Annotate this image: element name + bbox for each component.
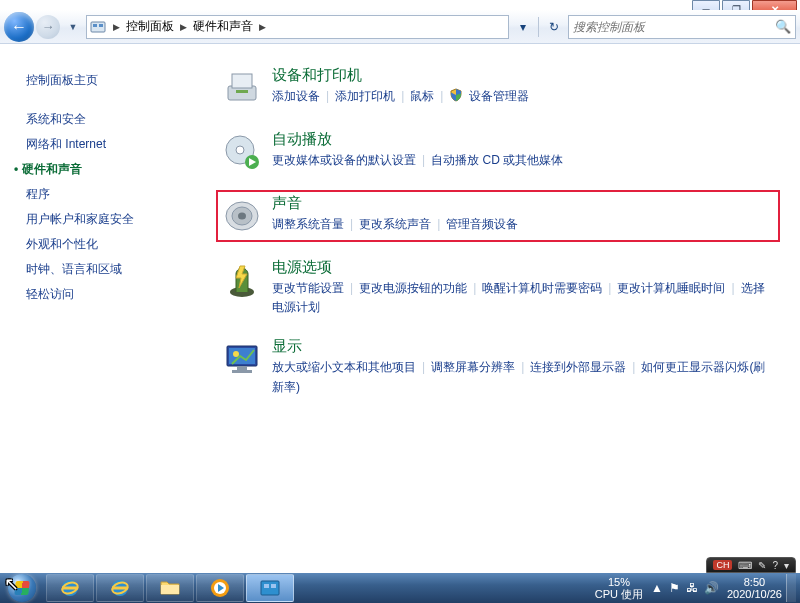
sidebar-item[interactable]: 用户帐户和家庭安全 <box>26 207 202 232</box>
category-link[interactable]: 唤醒计算机时需要密码 <box>482 281 602 295</box>
category-icon <box>220 194 264 238</box>
category-title[interactable]: 自动播放 <box>272 130 776 149</box>
category-links: 调整系统音量|更改系统声音|管理音频设备 <box>272 215 776 234</box>
category-title[interactable]: 设备和打印机 <box>272 66 776 85</box>
category-link[interactable]: 自动播放 CD 或其他媒体 <box>431 153 563 167</box>
cpu-gadget[interactable]: 15% CPU 使用 <box>595 576 643 600</box>
taskbar-item-mediaplayer[interactable] <box>196 574 244 602</box>
category-link[interactable]: 更改节能设置 <box>272 281 344 295</box>
category-icon <box>220 258 264 302</box>
language-bar[interactable]: CH ⌨ ✎ ? ▾ <box>706 557 796 573</box>
start-button[interactable] <box>2 573 42 603</box>
main-panel: 设备和打印机添加设备|添加打印机|鼠标| 设备管理器自动播放更改媒体或设备的默认… <box>210 44 800 573</box>
search-box[interactable]: 🔍 <box>568 15 796 39</box>
svg-rect-14 <box>229 348 255 364</box>
ime-indicator[interactable]: CH <box>713 560 732 570</box>
svg-rect-25 <box>261 581 279 595</box>
sidebar-item[interactable]: 外观和个性化 <box>26 232 202 257</box>
keyboard-icon[interactable]: ⌨ <box>738 560 752 571</box>
clock-time: 8:50 <box>727 576 782 588</box>
breadcrumb-item[interactable]: 硬件和声音 <box>191 18 255 35</box>
svg-rect-4 <box>232 74 252 88</box>
sidebar-item[interactable]: 网络和 Internet <box>26 132 202 157</box>
link-separator: | <box>416 153 431 167</box>
category-links: 更改媒体或设备的默认设置|自动播放 CD 或其他媒体 <box>272 151 776 170</box>
category-显示: 显示放大或缩小文本和其他项目|调整屏幕分辨率|连接到外部显示器|如何更正显示器闪… <box>216 333 780 400</box>
link-separator: | <box>602 281 617 295</box>
help-icon[interactable]: ? <box>772 560 778 571</box>
volume-icon[interactable]: 🔊 <box>704 581 719 595</box>
category-link[interactable]: 设备管理器 <box>449 89 528 103</box>
svg-rect-16 <box>232 370 252 373</box>
category-link[interactable]: 更改媒体或设备的默认设置 <box>272 153 416 167</box>
action-center-icon[interactable]: ⚑ <box>669 581 680 595</box>
link-separator: | <box>395 89 410 103</box>
sidebar-item[interactable]: 轻松访问 <box>26 282 202 307</box>
chevron-right-icon[interactable]: ▶ <box>255 22 270 32</box>
address-dropdown-button[interactable]: ▾ <box>511 16 535 38</box>
network-icon[interactable]: 🖧 <box>686 581 698 595</box>
link-separator: | <box>515 360 530 374</box>
link-separator: | <box>467 281 482 295</box>
category-title[interactable]: 电源选项 <box>272 258 776 277</box>
svg-rect-1 <box>93 24 97 27</box>
sidebar-item[interactable]: 控制面板主页 <box>26 68 202 93</box>
category-声音: 声音调整系统音量|更改系统声音|管理音频设备 <box>216 190 780 242</box>
address-bar-buttons: ▾ ↻ <box>511 16 566 38</box>
svg-rect-15 <box>237 366 247 370</box>
control-panel-icon <box>258 576 282 600</box>
taskbar: 15% CPU 使用 ▲ ⚑ 🖧 🔊 8:50 2020/10/26 <box>0 573 800 603</box>
category-title[interactable]: 声音 <box>272 194 776 213</box>
chevron-right-icon[interactable]: ▶ <box>109 22 124 32</box>
windows-logo-icon <box>8 574 36 602</box>
sidebar-item[interactable]: 时钟、语言和区域 <box>26 257 202 282</box>
svg-rect-27 <box>271 584 276 588</box>
taskbar-item-ie[interactable] <box>46 574 94 602</box>
link-separator: | <box>416 360 431 374</box>
link-separator: | <box>344 217 359 231</box>
category-icon <box>220 66 264 110</box>
category-link[interactable]: 放大或缩小文本和其他项目 <box>272 360 416 374</box>
category-link[interactable]: 更改电源按钮的功能 <box>359 281 467 295</box>
sidebar-item[interactable]: 硬件和声音 <box>26 157 202 182</box>
category-link[interactable]: 鼠标 <box>410 89 434 103</box>
category-自动播放: 自动播放更改媒体或设备的默认设置|自动播放 CD 或其他媒体 <box>216 126 780 178</box>
tray-overflow-button[interactable]: ▲ <box>651 581 663 595</box>
search-input[interactable] <box>573 20 775 34</box>
ime-tool-icon[interactable]: ✎ <box>758 560 766 571</box>
link-separator: | <box>434 89 449 103</box>
taskbar-item-controlpanel[interactable] <box>246 574 294 602</box>
content-area: 控制面板主页系统和安全网络和 Internet硬件和声音程序用户帐户和家庭安全外… <box>0 44 800 573</box>
search-icon[interactable]: 🔍 <box>775 19 791 34</box>
category-link[interactable]: 调整屏幕分辨率 <box>431 360 515 374</box>
refresh-button[interactable]: ↻ <box>542 16 566 38</box>
taskbar-item-explorer[interactable] <box>146 574 194 602</box>
category-link[interactable]: 更改计算机睡眠时间 <box>617 281 725 295</box>
chevron-down-icon[interactable]: ▾ <box>784 560 789 571</box>
show-desktop-button[interactable] <box>786 574 796 602</box>
media-player-icon <box>208 576 232 600</box>
category-link[interactable]: 更改系统声音 <box>359 217 431 231</box>
sidebar-item[interactable]: 程序 <box>26 182 202 207</box>
control-panel-icon <box>89 18 107 36</box>
category-link[interactable]: 管理音频设备 <box>446 217 518 231</box>
taskbar-item-ie2[interactable] <box>96 574 144 602</box>
link-separator: | <box>626 360 641 374</box>
address-bar[interactable]: ▶ 控制面板 ▶ 硬件和声音 ▶ <box>86 15 509 39</box>
category-link[interactable]: 连接到外部显示器 <box>530 360 626 374</box>
tray-icons: ▲ ⚑ 🖧 🔊 <box>651 581 719 595</box>
category-link[interactable]: 添加打印机 <box>335 89 395 103</box>
breadcrumb-item[interactable]: 控制面板 <box>124 18 176 35</box>
category-title[interactable]: 显示 <box>272 337 776 356</box>
svg-rect-2 <box>99 24 103 27</box>
nav-history-dropdown[interactable]: ▼ <box>66 15 80 39</box>
nav-forward-button[interactable]: → <box>36 15 60 39</box>
clock[interactable]: 8:50 2020/10/26 <box>727 576 782 600</box>
nav-back-button[interactable]: ← <box>4 12 34 42</box>
category-link[interactable]: 添加设备 <box>272 89 320 103</box>
sidebar-item[interactable]: 系统和安全 <box>26 107 202 132</box>
category-links: 更改节能设置|更改电源按钮的功能|唤醒计算机时需要密码|更改计算机睡眠时间|选择… <box>272 279 776 317</box>
chevron-right-icon[interactable]: ▶ <box>176 22 191 32</box>
link-separator: | <box>320 89 335 103</box>
category-link[interactable]: 调整系统音量 <box>272 217 344 231</box>
